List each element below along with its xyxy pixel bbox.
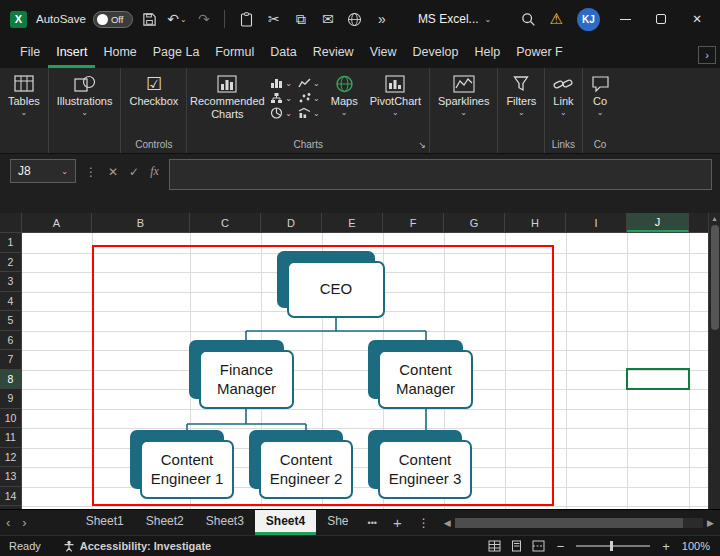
column-header-g[interactable]: G [444, 213, 505, 232]
row-header-11[interactable]: 11 [0, 428, 21, 448]
sheet-tab-sheet5-partial[interactable]: She [316, 510, 359, 535]
redo-button[interactable]: ↷ [194, 6, 214, 32]
row-header-1[interactable]: 1 [0, 233, 21, 253]
hierarchy-chart-button[interactable]: ⌄ [270, 92, 292, 104]
vertical-scroll-thumb[interactable] [711, 225, 719, 330]
page-break-view-button[interactable] [532, 540, 545, 552]
name-box[interactable]: J8 ⌄ [10, 159, 76, 183]
column-header-d[interactable]: D [261, 213, 322, 232]
column-header-h[interactable]: H [505, 213, 566, 232]
row-header-2[interactable]: 2 [0, 253, 21, 273]
normal-view-button[interactable] [488, 540, 501, 552]
enter-formula-button[interactable]: ✓ [129, 165, 139, 179]
row-header-5[interactable]: 5 [0, 311, 21, 331]
column-header-e[interactable]: E [322, 213, 383, 232]
sheet-tab-sheet1[interactable]: Sheet1 [75, 510, 135, 535]
sheet-options-button[interactable]: ⋮ [410, 510, 438, 535]
link-button[interactable]: Link ⌄ [547, 70, 579, 116]
chart-selection-border[interactable] [92, 245, 554, 506]
accessibility-status[interactable]: Accessibility: Investigate [63, 540, 211, 552]
web-button[interactable] [345, 6, 365, 32]
zoom-level[interactable]: 100% [682, 540, 710, 552]
row-header-8[interactable]: 8 [0, 370, 21, 390]
comments-button[interactable]: Co ⌄ [585, 70, 616, 116]
save-button[interactable] [140, 6, 160, 32]
page-layout-view-button[interactable] [510, 540, 523, 552]
vertical-scrollbar[interactable]: ▲ [708, 213, 720, 509]
column-header-i[interactable]: I [566, 213, 627, 232]
filters-button[interactable]: Filters ⌄ [500, 70, 542, 116]
sparklines-button[interactable]: Sparklines ⌄ [432, 70, 495, 116]
minimize-button[interactable] [614, 8, 636, 30]
formula-input[interactable] [169, 159, 712, 190]
row-header-3[interactable]: 3 [0, 272, 21, 292]
add-sheet-button[interactable]: + [385, 510, 410, 535]
row-header-14[interactable]: 14 [0, 487, 21, 507]
insert-function-button[interactable]: fx [150, 164, 159, 179]
maximize-button[interactable] [650, 8, 672, 30]
avatar[interactable]: KJ [577, 8, 600, 31]
tab-formulas[interactable]: Formul [207, 40, 262, 68]
row-header-9[interactable]: 9 [0, 389, 21, 409]
row-header-4[interactable]: 4 [0, 292, 21, 312]
column-header-c[interactable]: C [190, 213, 261, 232]
pivotchart-button[interactable]: PivotChart ⌄ [364, 70, 427, 116]
more-commands-button[interactable]: » [372, 6, 392, 32]
column-header-partial[interactable] [689, 213, 708, 232]
column-header-f[interactable]: F [383, 213, 444, 232]
tab-help[interactable]: Help [466, 40, 508, 68]
sheet-nav-prev-button[interactable]: ‹ [0, 510, 16, 535]
tab-review[interactable]: Review [305, 40, 362, 68]
row-header-7[interactable]: 7 [0, 350, 21, 370]
tab-file[interactable]: File [12, 40, 48, 68]
share-email-button[interactable]: ✉ [318, 6, 338, 32]
tab-insert[interactable]: Insert [48, 40, 95, 68]
zoom-slider-knob[interactable] [610, 541, 613, 551]
tab-data[interactable]: Data [262, 40, 304, 68]
tab-page-layout[interactable]: Page La [145, 40, 208, 68]
tab-overflow-button[interactable]: › [698, 46, 716, 64]
illustrations-button[interactable]: Illustrations ⌄ [51, 70, 119, 116]
tab-power-pivot[interactable]: Power F [508, 40, 571, 68]
autosave-toggle[interactable]: Off [93, 11, 133, 28]
scatter-chart-button[interactable]: ⌄ [298, 92, 320, 104]
tables-button[interactable]: Tables ⌄ [2, 70, 46, 116]
selected-cell-J8[interactable] [626, 368, 690, 390]
warning-icon[interactable]: ⚠ [550, 10, 563, 28]
row-header-6[interactable]: 6 [0, 331, 21, 351]
row-header-12[interactable]: 12 [0, 448, 21, 468]
column-header-j[interactable]: J [627, 213, 689, 232]
tab-home[interactable]: Home [95, 40, 144, 68]
window-title[interactable]: MS Excel... ⌄ [418, 12, 491, 26]
row-header-10[interactable]: 10 [0, 409, 21, 429]
zoom-in-button[interactable]: + [662, 539, 670, 554]
scroll-right-icon[interactable]: ▶ [707, 518, 714, 528]
checkbox-button[interactable]: ☑ Checkbox [123, 70, 184, 109]
combo-chart-button[interactable]: ⌄ [298, 107, 320, 119]
row-header-13[interactable]: 13 [0, 467, 21, 487]
cancel-formula-button[interactable]: ✕ [108, 165, 118, 179]
undo-button[interactable]: ↶⌄ [167, 6, 187, 32]
zoom-slider[interactable] [576, 545, 650, 547]
column-chart-button[interactable]: ⌄ [270, 77, 292, 89]
sheet-tab-sheet3[interactable]: Sheet3 [195, 510, 255, 535]
more-sheets-button[interactable]: ••• [360, 510, 385, 535]
maps-button[interactable]: Maps ⌄ [325, 70, 364, 116]
close-button[interactable]: ✕ [686, 8, 708, 30]
sheet-nav-next-button[interactable]: › [16, 510, 32, 535]
sheet-tab-sheet2[interactable]: Sheet2 [135, 510, 195, 535]
pie-chart-button[interactable]: ⌄ [270, 107, 292, 119]
recommended-charts-button[interactable]: Recommended Charts [189, 70, 265, 121]
tab-view[interactable]: View [362, 40, 405, 68]
zoom-out-button[interactable]: − [557, 539, 565, 554]
sheet-tab-sheet4[interactable]: Sheet4 [255, 510, 316, 535]
horizontal-scroll-track[interactable] [455, 518, 703, 528]
column-header-b[interactable]: B [92, 213, 190, 232]
scroll-left-icon[interactable]: ◀ [444, 518, 451, 528]
horizontal-scroll-thumb[interactable] [455, 518, 684, 528]
search-button[interactable] [521, 12, 536, 27]
line-chart-button[interactable]: ⌄ [298, 77, 320, 89]
cut-button[interactable]: ✂ [264, 6, 284, 32]
horizontal-scrollbar[interactable]: ◀ ▶ [444, 515, 714, 530]
tab-developer[interactable]: Develop [405, 40, 467, 68]
